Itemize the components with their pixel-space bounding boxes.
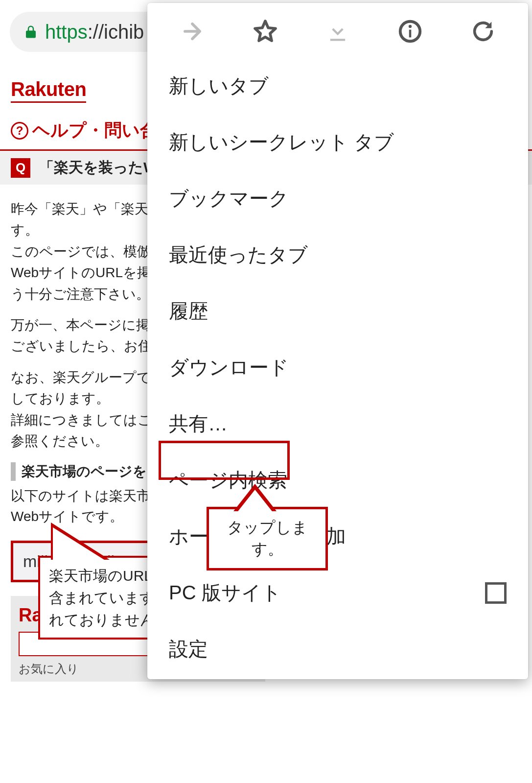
menu-item-settings[interactable]: 設定	[147, 621, 528, 677]
q-badge: Q	[11, 158, 30, 178]
info-icon[interactable]	[395, 17, 425, 46]
menu-item-add-home[interactable]: ホーム 追加	[147, 508, 528, 565]
menu-label: PC 版サイト	[169, 579, 281, 606]
menu-item-new-tab[interactable]: 新しいタブ	[147, 58, 528, 114]
callout-text: タップします。	[218, 517, 317, 560]
menu-label: 新しいシークレット タブ	[169, 129, 394, 156]
menu-item-find-in-page[interactable]: ページ内検索	[147, 452, 528, 508]
star-icon[interactable]	[251, 17, 280, 46]
menu-item-downloads[interactable]: ダウンロード	[147, 339, 528, 396]
menu-label: 新しいタブ	[169, 72, 269, 99]
menu-label: 共有…	[169, 410, 228, 437]
svg-rect-1	[409, 30, 412, 38]
menu-item-desktop-site[interactable]: PC 版サイト	[147, 565, 528, 621]
menu-item-share[interactable]: 共有…	[147, 396, 528, 452]
url-rest: ://ichib	[88, 21, 144, 43]
menu-label: ブックマーク	[169, 185, 289, 212]
menu-icon-row	[147, 3, 528, 58]
menu-label: 履歴	[169, 298, 208, 325]
annotation-callout-tap: タップします。	[207, 507, 328, 570]
question-icon: ?	[11, 122, 28, 140]
rakuten-logo[interactable]: Rakuten	[11, 78, 86, 103]
reload-icon[interactable]	[468, 17, 498, 46]
lock-icon	[23, 24, 38, 40]
menu-item-bookmarks[interactable]: ブックマーク	[147, 170, 528, 227]
menu-label: 設定	[169, 636, 208, 663]
menu-item-recent-tabs[interactable]: 最近使ったタブ	[147, 227, 528, 283]
url-scheme: https	[45, 21, 88, 43]
menu-item-history[interactable]: 履歴	[147, 283, 528, 339]
device-frame: https://ichib Rakuten ? ヘルプ・問い合わせ Q 「楽天を…	[0, 0, 532, 783]
menu-label: 最近使ったタブ	[169, 241, 308, 268]
menu-label: ダウンロード	[169, 354, 289, 381]
checkbox-icon[interactable]	[485, 582, 507, 604]
svg-point-2	[409, 25, 412, 28]
browser-overflow-menu: 新しいタブ 新しいシークレット タブ ブックマーク 最近使ったタブ 履歴 ダウン…	[147, 3, 528, 679]
download-icon[interactable]	[323, 17, 352, 46]
forward-icon[interactable]	[178, 17, 207, 46]
menu-item-incognito-tab[interactable]: 新しいシークレット タブ	[147, 114, 528, 170]
